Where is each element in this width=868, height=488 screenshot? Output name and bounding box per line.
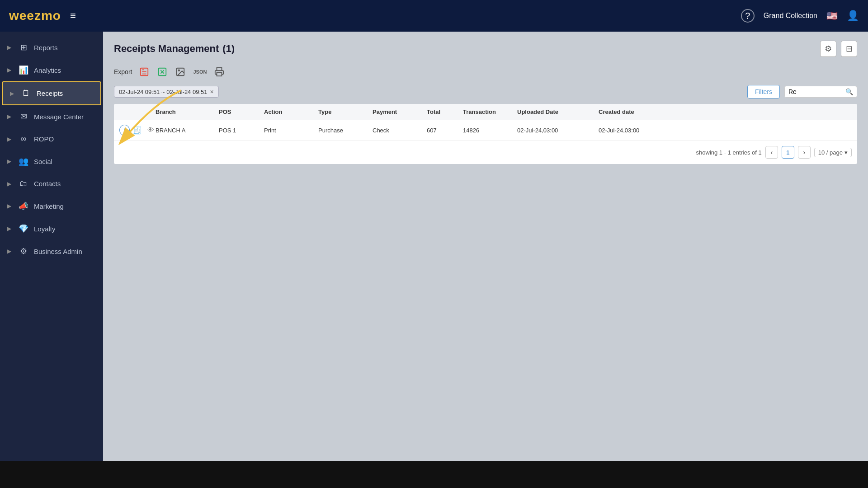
ropo-icon: ∞ [19, 134, 28, 144]
page-title: Receipts Management [114, 43, 219, 55]
flag-icon: 🇺🇸 [826, 10, 838, 21]
settings-button[interactable]: ⚙ [820, 41, 836, 57]
loyalty-icon: 💎 [19, 224, 28, 234]
sidebar-item-contacts[interactable]: ▶ 🗂 Contacts [0, 173, 103, 195]
user-icon[interactable]: 👤 [847, 10, 859, 22]
export-bar: Export JSON [114, 64, 857, 80]
cell-payment: Check [373, 127, 427, 134]
columns-button[interactable]: ⊟ [841, 41, 857, 57]
col-branch: Branch [156, 108, 219, 115]
search-icon: 🔍 [845, 88, 853, 95]
sidebar-item-reports[interactable]: ▶ ⊞ Reports [0, 36, 103, 59]
sidebar-item-label: Loyalty [34, 225, 96, 233]
receipts-icon: 🗒 [21, 89, 31, 98]
export-label: Export [114, 68, 132, 75]
menu-icon[interactable]: ≡ [70, 10, 76, 22]
reports-icon: ⊞ [19, 42, 28, 52]
chevron-icon: ▶ [7, 248, 11, 254]
col-action: Action [264, 108, 318, 115]
sidebar-item-label: Business Admin [34, 248, 96, 255]
chevron-icon: ▶ [7, 44, 11, 51]
view-button[interactable]: 👁 [145, 125, 156, 136]
per-page-chevron-icon: ▾ [844, 149, 848, 156]
table-header: Branch POS Action Type Payment Total Tra… [114, 104, 857, 120]
cell-action: Print [264, 127, 318, 134]
logo: weezmo [9, 9, 61, 23]
export-img-button[interactable] [173, 64, 188, 80]
sidebar-item-business-admin[interactable]: ▶ ⚙ Business Admin [0, 240, 103, 263]
export-print-button[interactable] [212, 64, 227, 80]
sidebar-item-label: ROPO [34, 135, 96, 143]
chevron-icon: ▶ [7, 225, 11, 232]
message-center-icon: ✉ [19, 112, 28, 122]
svg-rect-4 [217, 73, 222, 76]
pagination-showing: showing 1 - 1 entries of 1 [696, 149, 762, 156]
page-header: Receipts Management (1) ⚙ ⊟ [114, 41, 857, 57]
sidebar-item-label: Reports [34, 44, 96, 52]
analytics-icon: 📊 [19, 65, 28, 75]
col-created-date: Created date [599, 108, 680, 115]
col-transaction: Transaction [463, 108, 517, 115]
cell-type: Purchase [318, 127, 373, 134]
social-icon: 👥 [19, 156, 28, 166]
help-button[interactable]: ? [741, 9, 755, 23]
marketing-icon: 📣 [19, 201, 28, 211]
sidebar-item-label: Message Center [34, 113, 96, 121]
header-actions: ⚙ ⊟ [820, 41, 857, 57]
per-page-selector[interactable]: 10 / page ▾ [814, 148, 852, 157]
filters-button[interactable]: Filters [747, 85, 780, 99]
cell-uploaded-date: 02-Jul-24,03:00 [517, 127, 599, 134]
col-pos: POS [219, 108, 264, 115]
sidebar-item-label: Contacts [34, 180, 96, 188]
export-json-button[interactable]: JSON [191, 64, 209, 80]
cell-created-date: 02-Jul-24,03:00 [599, 127, 680, 134]
export-excel-button[interactable] [155, 64, 170, 80]
table-row: i 🧾 👁 BRANCH A POS 1 Print Purchase Chec… [114, 120, 857, 141]
col-payment: Payment [373, 108, 427, 115]
export-pdf-button[interactable] [137, 64, 152, 80]
cell-branch: BRANCH A [156, 127, 219, 134]
brand-name: Grand Collection [764, 12, 817, 20]
business-admin-icon: ⚙ [19, 246, 28, 256]
col-actions [119, 108, 156, 115]
sidebar-item-analytics[interactable]: ▶ 📊 Analytics [0, 59, 103, 81]
cell-pos: POS 1 [219, 127, 264, 134]
col-total: Total [427, 108, 463, 115]
filter-right: Filters 🔍 [747, 85, 857, 99]
next-page-button[interactable]: › [798, 146, 811, 159]
svg-point-3 [179, 70, 180, 71]
row-actions: i 🧾 👁 [119, 125, 156, 136]
receipt-button[interactable]: 🧾 [132, 125, 143, 136]
sidebar-item-loyalty[interactable]: ▶ 💎 Loyalty [0, 217, 103, 240]
sidebar-item-label: Analytics [34, 66, 96, 74]
sidebar-item-ropo[interactable]: ▶ ∞ ROPO [0, 128, 103, 150]
remove-filter-button[interactable]: × [210, 88, 214, 95]
navbar-right: ? Grand Collection 🇺🇸 👤 [741, 9, 859, 23]
sidebar-item-message-center[interactable]: ▶ ✉ Message Center [0, 105, 103, 128]
current-page: 1 [782, 146, 794, 159]
search-input[interactable] [788, 88, 843, 95]
sidebar-item-social[interactable]: ▶ 👥 Social [0, 150, 103, 173]
sidebar-item-receipts[interactable]: ▶ 🗒 Receipts [2, 81, 101, 105]
sidebar-item-marketing[interactable]: ▶ 📣 Marketing [0, 195, 103, 217]
page-count: (1) [222, 43, 235, 55]
cell-transaction: 14826 [463, 127, 517, 134]
filter-bar: 02-Jul-24 09:51 ~ 02-Jul-24 09:51 × Filt… [114, 85, 857, 99]
search-box: 🔍 [784, 86, 857, 98]
chevron-icon: ▶ [7, 67, 11, 73]
contacts-icon: 🗂 [19, 179, 28, 188]
content-area: Receipts Management (1) ⚙ ⊟ Export JSON [103, 32, 868, 461]
col-type: Type [318, 108, 373, 115]
info-button[interactable]: i [119, 125, 130, 136]
data-table: Branch POS Action Type Payment Total Tra… [114, 104, 857, 164]
filter-tags: 02-Jul-24 09:51 ~ 02-Jul-24 09:51 × [114, 86, 219, 98]
chevron-icon: ▶ [10, 90, 14, 97]
sidebar-item-label: Social [34, 158, 96, 165]
sidebar-item-label: Marketing [34, 202, 96, 210]
prev-page-button[interactable]: ‹ [765, 146, 778, 159]
date-range-text: 02-Jul-24 09:51 ~ 02-Jul-24 09:51 [119, 89, 208, 95]
bottom-bar [0, 461, 868, 488]
col-uploaded-date: Uploaded Date [517, 108, 599, 115]
chevron-icon: ▶ [7, 113, 11, 120]
chevron-icon: ▶ [7, 136, 11, 142]
